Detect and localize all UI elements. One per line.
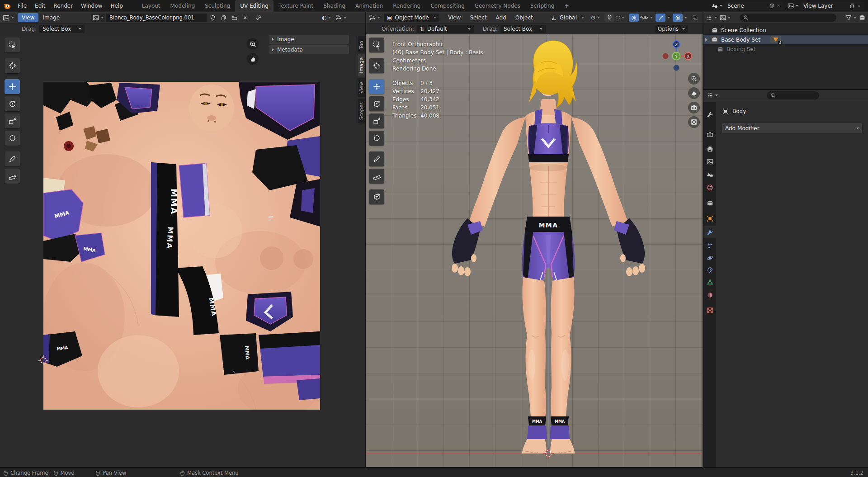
uv-tool-transform[interactable]: [5, 131, 20, 146]
uv-sidebar-tab-view[interactable]: View: [358, 78, 365, 97]
properties-editor-type-icon[interactable]: [707, 92, 718, 99]
image-name-field[interactable]: Bianca_Body_BaseColor.png.001: [106, 14, 207, 22]
tab-sculpting[interactable]: Sculpting: [200, 0, 235, 12]
uv-tool-rotate[interactable]: [5, 96, 20, 111]
scene-name-field[interactable]: Scene: [724, 2, 784, 10]
uv-tool-select-box[interactable]: [5, 38, 20, 52]
props-tab-scene[interactable]: [703, 168, 716, 181]
panel-metadata-header[interactable]: Metadata: [269, 45, 349, 54]
vp-zoom-button[interactable]: [688, 73, 700, 85]
uv-sidebar-tab-scopes[interactable]: Scopes: [358, 99, 365, 123]
vp-tool-measure[interactable]: [369, 169, 384, 184]
outliner-search-input[interactable]: [740, 14, 836, 22]
menu-edit[interactable]: Edit: [31, 1, 49, 10]
scene-icon[interactable]: [712, 3, 722, 9]
unlink-image-icon[interactable]: [240, 14, 250, 22]
tab-modeling[interactable]: Modeling: [165, 0, 200, 12]
tab-scripting[interactable]: Scripting: [525, 0, 559, 12]
delete-view-layer-icon[interactable]: [857, 4, 861, 8]
outliner-row-scene-collection[interactable]: Scene Collection: [703, 25, 868, 35]
menu-window[interactable]: Window: [77, 1, 106, 10]
properties-search-input[interactable]: [767, 91, 819, 99]
tab-shading[interactable]: Shading: [318, 0, 350, 12]
visibility-icon[interactable]: [642, 14, 653, 21]
menu-help[interactable]: Help: [106, 1, 127, 10]
uv-menu-view[interactable]: View: [18, 13, 38, 22]
new-image-icon[interactable]: [218, 14, 228, 22]
props-tab-material[interactable]: [703, 288, 716, 301]
vp-tool-transform[interactable]: [369, 131, 384, 146]
props-tab-collection[interactable]: [703, 197, 716, 209]
uv-tool-move[interactable]: [5, 79, 20, 94]
uv-zoom-button[interactable]: [247, 38, 259, 50]
image-settings-icon[interactable]: [335, 14, 346, 21]
tab-layout[interactable]: Layout: [137, 0, 165, 12]
uv-drag-select[interactable]: Select Box: [39, 25, 85, 33]
outliner-filter-icon[interactable]: [845, 14, 856, 21]
uv-canvas[interactable]: MMA MMA MMA MMA: [43, 82, 320, 410]
show-gizmo-icon[interactable]: [656, 14, 665, 22]
props-tab-output[interactable]: [703, 142, 716, 155]
tab-geometry-nodes[interactable]: Geometry Nodes: [470, 0, 525, 12]
vp-persp-ortho-button[interactable]: [688, 116, 700, 128]
tab-compositing[interactable]: Compositing: [425, 0, 469, 12]
blender-logo-icon[interactable]: [0, 2, 14, 10]
props-tab-tool[interactable]: [703, 108, 716, 121]
fake-user-icon[interactable]: [208, 14, 217, 22]
uv-sidebar-tab-tool[interactable]: Tool: [358, 36, 365, 52]
delete-scene-icon[interactable]: [776, 4, 781, 8]
props-tab-object[interactable]: [703, 212, 716, 225]
vp-tool-annotate[interactable]: [369, 151, 384, 166]
props-tab-world[interactable]: [703, 181, 716, 194]
props-tab-render[interactable]: [703, 128, 716, 141]
tab-animation[interactable]: Animation: [350, 0, 388, 12]
image-browse-icon[interactable]: [91, 14, 105, 22]
uv-tool-sample[interactable]: [5, 169, 20, 184]
show-overlays-icon[interactable]: [673, 14, 683, 22]
expand-arrow-icon[interactable]: [705, 38, 708, 42]
props-tab-object-data[interactable]: [703, 276, 716, 288]
pin-icon[interactable]: [255, 14, 262, 21]
uv-sidebar-tab-image[interactable]: Image: [358, 54, 365, 76]
uv-menu-image[interactable]: Image: [38, 13, 64, 22]
props-tab-modifiers[interactable]: [703, 226, 716, 238]
tab-rendering[interactable]: Rendering: [388, 0, 425, 12]
outliner-filter-mode-icon[interactable]: [720, 14, 731, 21]
xray-toggle-icon[interactable]: [690, 14, 700, 22]
outliner-row-base-body-set[interactable]: Base Body Set 3: [703, 35, 868, 44]
add-modifier-dropdown[interactable]: Add Modifier: [722, 123, 863, 134]
props-tab-physics[interactable]: [703, 251, 716, 264]
uv-2d-cursor[interactable]: [38, 355, 48, 365]
menu-file[interactable]: File: [14, 1, 31, 10]
vp-tool-cursor[interactable]: [369, 58, 384, 73]
view-layer-icon[interactable]: [788, 3, 798, 9]
display-channels-icon[interactable]: ◐: [322, 14, 331, 21]
vp-tool-move[interactable]: [369, 79, 384, 94]
vp-tool-scale[interactable]: [369, 113, 384, 128]
outliner-display-mode-icon[interactable]: [706, 14, 717, 21]
uv-pan-button[interactable]: [247, 53, 259, 65]
new-scene-icon[interactable]: [769, 3, 774, 9]
panel-image-header[interactable]: Image: [269, 35, 349, 44]
tab-texture-paint[interactable]: Texture Paint: [274, 0, 318, 12]
props-tab-view-layer[interactable]: [703, 155, 716, 168]
new-collection-icon[interactable]: [859, 14, 865, 21]
vp-options[interactable]: Options: [655, 25, 688, 33]
props-tab-particles[interactable]: [703, 239, 716, 252]
uv-tool-scale[interactable]: [5, 113, 20, 128]
view-layer-field[interactable]: View Layer: [800, 2, 864, 10]
vp-tool-select-box[interactable]: [369, 38, 384, 52]
vp-tool-rotate[interactable]: [369, 96, 384, 111]
action-badge[interactable]: 3: [770, 36, 781, 43]
outliner-row-boxing-set[interactable]: Boxing Set: [703, 44, 868, 54]
add-workspace-button[interactable]: +: [559, 0, 574, 12]
menu-render[interactable]: Render: [49, 1, 77, 10]
tab-uv-editing[interactable]: UV Editing: [235, 0, 274, 12]
uv-tool-annotate[interactable]: [5, 151, 20, 166]
editor-type-image-icon[interactable]: [3, 14, 14, 21]
uv-tool-2d-cursor[interactable]: [5, 58, 20, 73]
new-view-layer-icon[interactable]: [849, 3, 855, 9]
navigation-gizmo[interactable]: Z X Y: [659, 39, 693, 73]
vp-pan-button[interactable]: [688, 87, 700, 99]
props-tab-constraints[interactable]: [703, 264, 716, 276]
